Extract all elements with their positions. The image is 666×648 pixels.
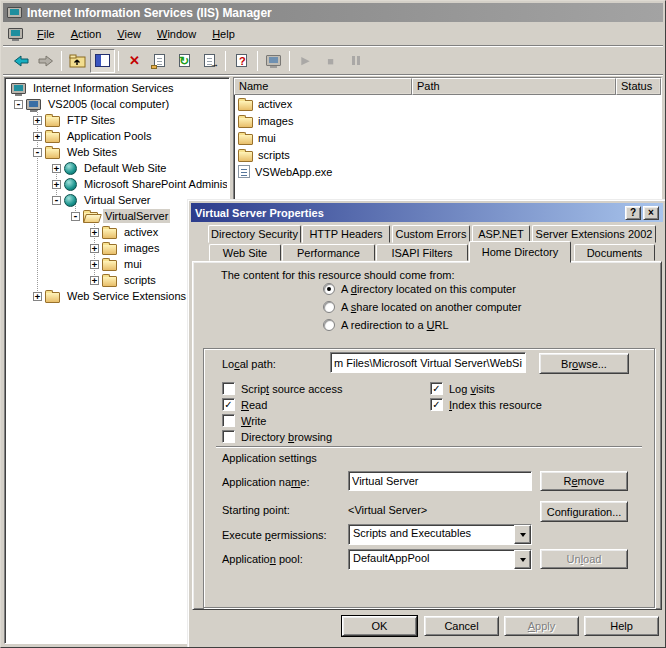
checkbox-write[interactable]: Write xyxy=(222,414,266,427)
folder-icon xyxy=(238,100,253,111)
checkbox-icon[interactable] xyxy=(222,382,235,395)
tree-item-web-sites[interactable]: - Web Sites xyxy=(7,144,227,160)
configuration-button[interactable]: Configuration... xyxy=(540,501,628,522)
menu-help[interactable]: Help xyxy=(204,25,243,43)
checkbox-read[interactable]: ✓ Read xyxy=(222,398,267,411)
application-pool-select[interactable]: DefaultAppPool xyxy=(348,549,532,570)
help-button[interactable]: ? xyxy=(229,49,254,73)
tab-isapi-filters[interactable]: ISAPI Filters xyxy=(376,244,468,261)
radio-icon[interactable] xyxy=(323,301,335,313)
browse-button[interactable]: Browse... xyxy=(539,353,629,374)
radio-icon[interactable] xyxy=(323,283,335,295)
tab-home-directory[interactable]: Home Directory xyxy=(469,241,571,263)
checkbox-icon[interactable] xyxy=(222,430,235,443)
column-header-name[interactable]: Name xyxy=(234,78,412,95)
menu-view[interactable]: View xyxy=(109,25,149,43)
list-item[interactable]: activex xyxy=(234,95,661,112)
list-item[interactable]: scripts xyxy=(234,146,661,163)
checkbox-directory-browsing[interactable]: Directory browsing xyxy=(222,430,332,443)
window-title: Internet Information Services (IIS) Mana… xyxy=(27,6,272,20)
pause-item-button[interactable] xyxy=(343,49,368,73)
tree-item-root[interactable]: Internet Information Services xyxy=(7,80,227,96)
local-path-label: Local path: xyxy=(222,358,276,370)
tab-documents[interactable]: Documents xyxy=(574,244,655,261)
expand-icon[interactable]: + xyxy=(90,228,99,237)
expand-icon[interactable]: + xyxy=(90,244,99,253)
up-one-level-button[interactable] xyxy=(65,49,90,73)
dialog-close-button[interactable]: × xyxy=(643,206,659,220)
column-header-status[interactable]: Status xyxy=(616,78,661,95)
tab-performance[interactable]: Performance xyxy=(282,244,375,261)
menu-action[interactable]: Action xyxy=(63,25,110,43)
collapse-icon[interactable]: - xyxy=(33,148,42,157)
tree-item-ftp-sites[interactable]: + FTP Sites xyxy=(7,112,227,128)
window-titlebar[interactable]: Internet Information Services (IIS) Mana… xyxy=(3,3,663,22)
tab-http-headers[interactable]: HTTP Headers xyxy=(302,225,390,243)
expand-icon[interactable]: + xyxy=(33,132,42,141)
tab-custom-errors[interactable]: Custom Errors xyxy=(392,225,470,243)
web-site-icon xyxy=(64,178,77,191)
tree-item-vs2005[interactable]: - VS2005 (local computer) xyxy=(7,96,227,112)
toolbar-separator xyxy=(257,51,258,71)
execute-permissions-select[interactable]: Scripts and Executables xyxy=(348,524,532,545)
tree-item-application-pools[interactable]: + Application Pools xyxy=(7,128,227,144)
ok-button[interactable]: OK xyxy=(342,616,417,636)
list-item[interactable]: mui xyxy=(234,129,661,146)
list-item[interactable]: VSWebApp.exe xyxy=(234,163,661,180)
remove-button[interactable]: Remove xyxy=(540,471,628,491)
apply-button[interactable]: Apply xyxy=(504,616,579,636)
tab-directory-security[interactable]: Directory Security xyxy=(208,225,301,243)
computer-icon xyxy=(26,99,41,110)
expand-icon[interactable]: + xyxy=(52,164,61,173)
expand-icon[interactable]: + xyxy=(33,292,42,301)
chevron-down-icon[interactable] xyxy=(514,550,531,569)
checkbox-icon[interactable] xyxy=(222,414,235,427)
radio-share-another-computer[interactable]: A share located on another computer xyxy=(323,301,521,313)
local-path-input[interactable] xyxy=(330,352,526,373)
web-site-icon xyxy=(64,194,77,207)
properties-button[interactable] xyxy=(147,49,172,73)
checkbox-checked-icon[interactable]: ✓ xyxy=(222,398,235,411)
refresh-button[interactable]: ↻ xyxy=(172,49,197,73)
tree-item-sharepoint-admin[interactable]: + Microsoft SharePoint Adminis xyxy=(7,176,227,192)
help-button[interactable]: Help xyxy=(584,616,659,636)
dialog-titlebar[interactable]: Virtual Server Properties ? × xyxy=(191,203,663,222)
checkbox-checked-icon[interactable]: ✓ xyxy=(430,398,443,411)
start-item-button[interactable]: ▶ xyxy=(293,49,318,73)
list-header: Name Path Status xyxy=(234,78,661,95)
checkbox-checked-icon[interactable]: ✓ xyxy=(430,382,443,395)
radio-directory-this-computer[interactable]: A directory located on this computer xyxy=(323,283,516,295)
application-name-input[interactable] xyxy=(348,471,532,491)
checkbox-script-source-access[interactable]: Script source access xyxy=(222,382,343,395)
expand-icon[interactable]: + xyxy=(33,116,42,125)
back-button[interactable] xyxy=(8,49,33,73)
tree-item-default-web-site[interactable]: + Default Web Site xyxy=(7,160,227,176)
checkbox-log-visits[interactable]: ✓ Log visits xyxy=(430,382,495,395)
collapse-icon[interactable]: - xyxy=(14,100,23,109)
expand-icon[interactable]: + xyxy=(90,260,99,269)
list-item[interactable]: images xyxy=(234,112,661,129)
radio-icon[interactable] xyxy=(323,319,335,331)
radio-redirection-url[interactable]: A redirection to a URL xyxy=(323,319,449,331)
column-header-path[interactable]: Path xyxy=(412,78,616,95)
checkbox-index-this-resource[interactable]: ✓ Index this resource xyxy=(430,398,542,411)
unload-button[interactable]: Unload xyxy=(540,549,628,569)
stop-item-button[interactable]: ■ xyxy=(318,49,343,73)
remote-computer-button[interactable] xyxy=(261,49,286,73)
export-list-button[interactable]: → xyxy=(197,49,222,73)
collapse-icon[interactable]: - xyxy=(71,212,80,221)
delete-button[interactable]: ✕ xyxy=(122,49,147,73)
collapse-icon[interactable]: - xyxy=(52,196,61,205)
menu-window[interactable]: Window xyxy=(149,25,204,43)
forward-arrow-icon xyxy=(38,54,54,68)
forward-button[interactable] xyxy=(33,49,58,73)
expand-icon[interactable]: + xyxy=(52,180,61,189)
expand-icon[interactable]: + xyxy=(90,276,99,285)
tab-web-site[interactable]: Web Site xyxy=(209,244,281,261)
show-hide-tree-button[interactable] xyxy=(90,49,115,73)
chevron-down-icon[interactable] xyxy=(514,525,531,544)
menu-file[interactable]: File xyxy=(29,25,63,43)
up-folder-icon xyxy=(69,53,86,68)
cancel-button[interactable]: Cancel xyxy=(424,616,499,636)
dialog-help-button[interactable]: ? xyxy=(625,206,641,220)
